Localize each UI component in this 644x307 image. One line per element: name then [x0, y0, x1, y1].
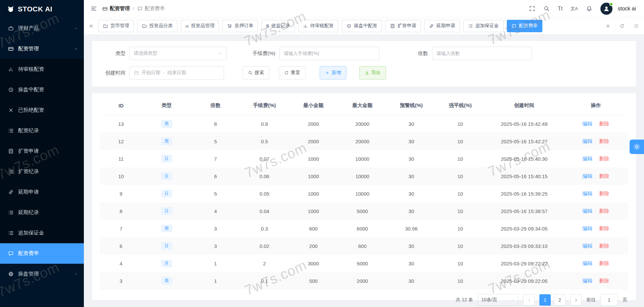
sidebar-item-expand-records[interactable]: 扩资纪录	[0, 161, 84, 182]
fee-input[interactable]	[279, 47, 379, 60]
date-range-picker[interactable]: 开始日期 - 结束日期	[129, 66, 224, 80]
tab-margin-call[interactable]: 追加保证金	[463, 20, 503, 32]
edit-link[interactable]: 编辑	[582, 243, 592, 249]
settings-fab[interactable]	[630, 140, 644, 154]
multiple-input[interactable]	[432, 47, 532, 60]
sidebar-item-allocation-records[interactable]: 配资纪录	[0, 120, 84, 141]
delete-link[interactable]: 删除	[599, 208, 609, 214]
delete-link[interactable]: 删除	[599, 173, 609, 179]
tabs-scroll-left-button[interactable]	[87, 23, 95, 29]
type-select[interactable]: 请选择类型	[129, 47, 227, 60]
min-amount-cell: 2000	[289, 133, 338, 150]
header-search-button[interactable]	[543, 5, 550, 12]
max-amount-cell: 5000	[338, 255, 387, 272]
username[interactable]: stock ai	[618, 6, 636, 12]
avatar-icon	[603, 5, 610, 12]
actions-cell: 编辑删除	[564, 167, 628, 185]
add-button[interactable]: 新增	[320, 66, 346, 80]
font-size-button[interactable]: Tt	[558, 6, 562, 11]
tab-trading-allocation[interactable]: 操盘中配资	[342, 20, 382, 32]
tabs-scroll-right-button[interactable]	[604, 23, 612, 29]
id-cell: 9	[100, 185, 142, 202]
edit-link[interactable]: 编辑	[582, 208, 592, 214]
tab-income-records[interactable]: S收益记录	[261, 20, 295, 32]
goto-page-input[interactable]	[600, 294, 618, 306]
tab-label: 货币管理	[110, 23, 129, 29]
export-button[interactable]: 导出	[359, 66, 386, 80]
sidebar-item-finance-products[interactable]: 理财产品	[0, 18, 84, 39]
sidebar-item-expand-application[interactable]: 扩资申请	[0, 141, 84, 161]
tab-extension-application[interactable]: 延期申请	[424, 20, 460, 32]
filter-row-1: 类型 请选择类型 手续费(%) 倍数	[99, 47, 629, 60]
export-button-label: 导出	[371, 70, 381, 76]
sidebar-item-allocation-management[interactable]: 配资管理	[0, 39, 84, 59]
prev-page-button[interactable]	[523, 294, 535, 306]
header-actions: Tt 文A stock ai	[529, 3, 636, 15]
tabs-refresh-button[interactable]	[615, 23, 626, 29]
tab-pledge-orders[interactable]: 质押订单	[222, 20, 258, 32]
edit-link[interactable]: 编辑	[582, 156, 592, 161]
delete-link[interactable]: 删除	[599, 191, 609, 196]
delete-link[interactable]: 删除	[599, 243, 609, 249]
tab-pending-allocation[interactable]: 待审核配资	[298, 20, 338, 32]
max-amount-cell: 6000	[338, 220, 387, 237]
min-amount-cell: 500	[289, 272, 338, 290]
sidebar-item-extension-application[interactable]: 延期申请	[0, 182, 84, 202]
delete-link[interactable]: 删除	[599, 278, 609, 284]
search-icon	[248, 70, 253, 75]
tab-expand-application[interactable]: 扩资申请	[385, 20, 421, 32]
id-cell: 13	[100, 115, 142, 133]
sidebar-item-allocation-rates[interactable]: 配资费率	[0, 243, 84, 264]
tab-currency-management[interactable]: 货币管理	[98, 20, 134, 32]
tab-allocation-rates[interactable]: 配资费率	[507, 20, 542, 32]
edit-link[interactable]: 编辑	[582, 191, 592, 196]
tab-investment-category[interactable]: 投资品分类	[137, 20, 177, 32]
page-size-select[interactable]: 10条/页	[478, 294, 519, 306]
sidebar-collapse-button[interactable]	[91, 5, 97, 12]
tab-investment-management[interactable]: m投资品管理	[181, 20, 219, 32]
sidebar-item-rejected-allocation[interactable]: 已拒绝配资	[0, 100, 84, 120]
plus-icon	[325, 70, 330, 75]
reset-button[interactable]: 重置	[279, 66, 306, 80]
edit-link[interactable]: 编辑	[582, 173, 592, 179]
next-page-button[interactable]	[570, 294, 582, 306]
page-button-1[interactable]: 1	[539, 294, 551, 306]
edit-link[interactable]: 编辑	[582, 121, 592, 126]
delete-link[interactable]: 删除	[599, 225, 609, 231]
sidebar-item-margin-call[interactable]: 追加保证金	[0, 223, 84, 243]
search-button[interactable]: 搜索	[243, 66, 269, 80]
column-header: 最小金额	[289, 96, 338, 115]
avatar[interactable]	[600, 3, 612, 15]
sidebar-item-label: 配资管理	[18, 45, 39, 52]
delete-link[interactable]: 删除	[599, 121, 609, 126]
edit-link[interactable]: 编辑	[582, 138, 592, 144]
fee-cell: 0.8	[240, 115, 289, 133]
translate-button[interactable]: 文A	[571, 6, 578, 11]
tab-label: 质押订单	[234, 23, 253, 29]
delete-link[interactable]: 删除	[599, 260, 609, 266]
created-time-label: 创建时间	[99, 70, 125, 76]
notification-button[interactable]	[586, 5, 592, 12]
wallet-icon	[102, 6, 108, 11]
delete-link[interactable]: 删除	[599, 138, 609, 144]
wallet-icon	[8, 46, 14, 52]
tabs-menu-button[interactable]	[629, 23, 640, 29]
sidebar-item-trading-allocation[interactable]: 操盘中配资	[0, 80, 84, 100]
page-button-2[interactable]: 2	[554, 294, 566, 306]
breadcrumb-label: 配资管理	[110, 5, 130, 12]
edit-link[interactable]: 编辑	[582, 225, 592, 231]
delete-link[interactable]: 删除	[599, 156, 609, 161]
sidebar-item-trading-management[interactable]: 操盘管理	[0, 264, 84, 284]
sidebar-item-label: 待审核配资	[18, 66, 44, 73]
edit-link[interactable]: 编辑	[582, 278, 592, 284]
main-area: 配资管理/配资费率 Tt 文A stock ai 货币管理投资品分类	[84, 0, 644, 307]
sidebar-item-pending-allocation[interactable]: 待审核配资	[0, 59, 84, 80]
edit-link[interactable]: 编辑	[582, 260, 592, 266]
fullscreen-button[interactable]	[529, 5, 535, 12]
id-cell: 7	[100, 220, 142, 237]
breadcrumb-item[interactable]: 配资管理	[102, 5, 130, 12]
chat-icon	[137, 6, 143, 11]
close-line-cell: 10	[436, 115, 485, 133]
breadcrumb-item[interactable]: 配资费率	[137, 5, 165, 12]
sidebar-item-extension-records[interactable]: 延期纪录	[0, 202, 84, 223]
